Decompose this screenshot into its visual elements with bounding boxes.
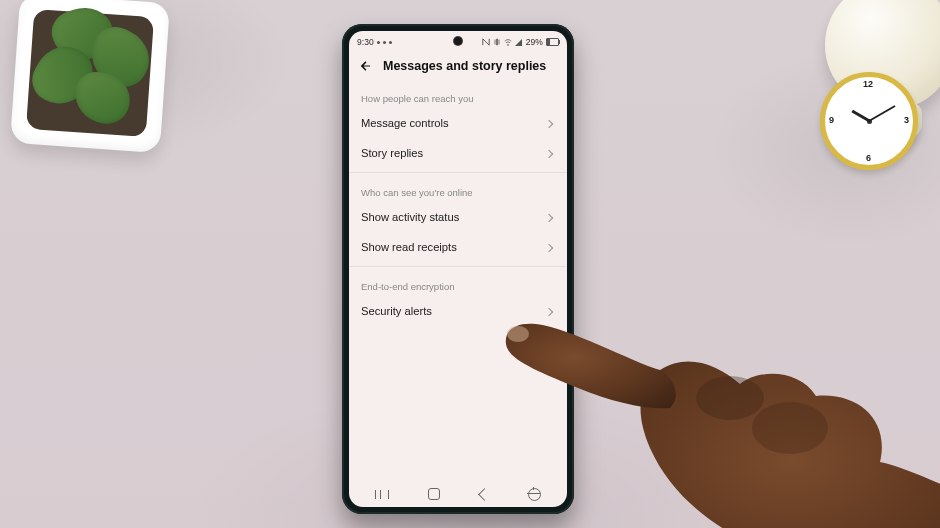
decor-clock: 12 3 6 9 — [770, 0, 940, 220]
chevron-right-icon — [548, 308, 555, 315]
phone-frame: 9:30 29% — [342, 24, 574, 514]
page-title: Messages and story replies — [383, 59, 546, 73]
row-story-replies[interactable]: Story replies — [349, 138, 567, 168]
phone-screen: 9:30 29% — [349, 31, 567, 507]
row-message-controls[interactable]: Message controls — [349, 108, 567, 138]
chevron-right-icon — [548, 150, 555, 157]
row-show-activity-status[interactable]: Show activity status — [349, 202, 567, 232]
divider — [349, 266, 567, 267]
nav-recents[interactable] — [375, 490, 389, 499]
status-battery-percent: 29% — [526, 37, 543, 47]
nav-back[interactable] — [480, 490, 489, 499]
decor-plant — [0, 0, 205, 198]
section-encryption: End-to-end encryption — [349, 271, 567, 296]
svg-point-2 — [752, 402, 828, 454]
chevron-right-icon — [548, 244, 555, 251]
label-story-replies: Story replies — [361, 147, 423, 159]
back-button[interactable] — [359, 59, 373, 73]
svg-point-1 — [696, 376, 764, 420]
icon-wifi — [504, 38, 512, 46]
status-time: 9:30 — [357, 37, 374, 47]
divider — [349, 172, 567, 173]
icon-nfc — [482, 38, 490, 46]
label-message-controls: Message controls — [361, 117, 449, 129]
icon-signal — [515, 38, 523, 46]
chevron-right-icon — [548, 214, 555, 221]
row-show-read-receipts[interactable]: Show read receipts — [349, 232, 567, 262]
label-read-receipts: Show read receipts — [361, 241, 457, 253]
icon-battery — [546, 38, 559, 46]
label-activity-status: Show activity status — [361, 211, 459, 223]
section-reach: How people can reach you — [349, 83, 567, 108]
section-online: Who can see you're online — [349, 177, 567, 202]
icon-vibrate — [493, 38, 501, 46]
android-nav-bar — [349, 481, 567, 507]
nav-home[interactable] — [428, 488, 440, 500]
front-camera — [454, 37, 462, 45]
app-header: Messages and story replies — [349, 53, 567, 83]
nav-accessibility[interactable] — [528, 488, 541, 501]
row-security-alerts[interactable]: Security alerts — [349, 296, 567, 326]
label-security-alerts: Security alerts — [361, 305, 432, 317]
chevron-right-icon — [548, 120, 555, 127]
